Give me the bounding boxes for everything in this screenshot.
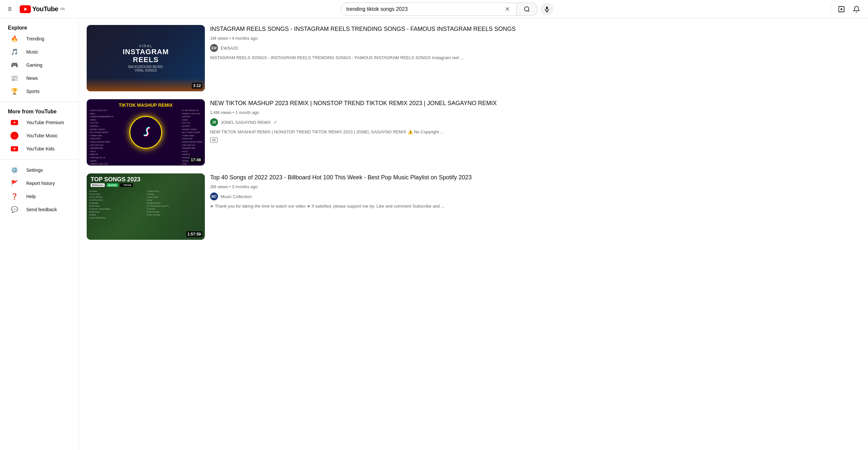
video-result-2: TIKTOK MASHUP REMIX • GIRLS DONT CRY• MI… xyxy=(87,99,860,166)
create-icon xyxy=(838,6,845,13)
search-bar: ✕ xyxy=(341,3,517,16)
news-icon: 📰 xyxy=(10,74,19,82)
sports-icon: 🏆 xyxy=(10,87,19,95)
view-count-1: 1M views xyxy=(210,36,228,41)
sidebar-label-report: Report history xyxy=(26,181,55,186)
explore-section-title: Explore xyxy=(0,22,79,32)
sidebar-label-youtube-kids: YouTube Kids xyxy=(26,146,55,151)
thumbnail-1[interactable]: VIRAL INSTAGRAMREELS BACKGROUND MUSICVIR… xyxy=(87,25,205,91)
sidebar-item-settings[interactable]: ⚙️ Settings xyxy=(3,163,76,177)
feedback-icon: 💬 xyxy=(10,206,19,213)
channel-avatar-1: EW xyxy=(210,44,218,52)
sidebar-label-news: News xyxy=(26,76,38,81)
time-ago-3: 3 months ago xyxy=(232,184,258,189)
sidebar-item-youtube-kids[interactable]: YouTube Kids xyxy=(3,142,76,155)
main-content: VIRAL INSTAGRAMREELS BACKGROUND MUSICVIR… xyxy=(79,19,868,254)
channel-name-3[interactable]: Music Collection xyxy=(221,194,252,199)
video-meta-1: INSTAGRAM REELS SONGS - INSTAGRAM REELS … xyxy=(210,25,860,91)
channel-row-3: MC Music Collection xyxy=(210,192,860,200)
sidebar-item-music[interactable]: 🎵 Music xyxy=(3,45,76,58)
search-submit-button[interactable] xyxy=(517,3,538,16)
video-stats-3: 2M views • 3 months ago xyxy=(210,184,860,189)
svg-point-2 xyxy=(525,6,529,11)
sidebar-item-youtube-music[interactable]: ♪ YouTube Music xyxy=(3,129,76,142)
video-stats-1: 1M views • 4 months ago xyxy=(210,36,860,41)
hamburger-button[interactable]: ☰ xyxy=(5,4,14,14)
mic-button[interactable] xyxy=(540,3,554,16)
sidebar-item-premium[interactable]: YouTube Premium xyxy=(3,116,76,129)
sidebar: Explore 🔥 Trending 🎵 Music 🎮 Gaming 📰 Ne… xyxy=(0,19,79,254)
create-button[interactable] xyxy=(835,3,848,16)
search-input[interactable] xyxy=(346,6,504,12)
video-meta-2: NEW TIKTOK MASHUP 2023 REMIX | NONSTOP T… xyxy=(210,99,860,166)
settings-icon: ⚙️ xyxy=(10,166,19,174)
search-clear-button[interactable]: ✕ xyxy=(504,4,511,14)
thumbnail-2[interactable]: TIKTOK MASHUP REMIX • GIRLS DONT CRY• MI… xyxy=(87,99,205,166)
notifications-button[interactable] xyxy=(850,3,863,16)
channel-avatar-3: MC xyxy=(210,192,218,200)
video-stats-2: 1.6M views • 1 month ago xyxy=(210,110,860,115)
duration-badge-1: 3:12 xyxy=(192,83,202,89)
sidebar-item-help[interactable]: ❓ Help xyxy=(3,190,76,203)
trending-icon: 🔥 xyxy=(10,35,19,43)
view-count-2: 1.6M views xyxy=(210,110,231,115)
header-right xyxy=(830,3,863,16)
youtube-kids-icon xyxy=(10,145,19,153)
sidebar-item-gaming[interactable]: 🎮 Gaming xyxy=(3,58,76,71)
channel-avatar-2: JR xyxy=(210,118,218,126)
channel-name-1[interactable]: EWSA20 xyxy=(221,46,238,51)
sidebar-item-sports[interactable]: 🏆 Sports xyxy=(3,85,76,98)
hamburger-icon: ☰ xyxy=(8,6,12,11)
sidebar-item-report[interactable]: 🚩 Report history xyxy=(3,177,76,190)
thumbnail-image-2: TIKTOK MASHUP REMIX • GIRLS DONT CRY• MI… xyxy=(87,99,205,166)
youtube-premium-icon xyxy=(10,119,19,126)
channel-name-2[interactable]: JONEL SAGAYNO REMIX xyxy=(221,120,271,125)
mic-icon xyxy=(544,6,550,12)
search-icon xyxy=(524,6,530,12)
sidebar-label-sports: Sports xyxy=(26,89,39,94)
video-desc-2: NEW TIKTOK MASHUP REMIX | NONSTOP TREND … xyxy=(210,129,860,135)
logo[interactable]: YouTubeVN xyxy=(20,5,65,13)
video-result-1: VIRAL INSTAGRAMREELS BACKGROUND MUSICVIR… xyxy=(87,25,860,91)
sidebar-label-youtube-music: YouTube Music xyxy=(26,133,57,138)
help-icon: ❓ xyxy=(10,192,19,200)
more-section-title: More from YouTube xyxy=(0,106,79,116)
layout: Explore 🔥 Trending 🎵 Music 🎮 Gaming 📰 Ne… xyxy=(0,19,868,254)
thumbnail-image-1: VIRAL INSTAGRAMREELS BACKGROUND MUSICVIR… xyxy=(87,25,205,91)
video-desc-1: INSTAGRAM REELS SONGS - INSTAGRAM REELS … xyxy=(210,55,860,61)
thumbnail-3[interactable]: TOP SONGS 2023 Billboard Spotify ♪ TikTo… xyxy=(87,174,205,240)
sidebar-divider-2 xyxy=(0,159,79,160)
gaming-icon: 🎮 xyxy=(10,61,19,69)
header: ☰ YouTubeVN ✕ xyxy=(0,0,868,19)
quality-badge-2: 4K xyxy=(210,137,218,143)
youtube-logo-icon xyxy=(20,5,31,13)
sidebar-label-gaming: Gaming xyxy=(26,62,42,68)
youtube-music-icon: ♪ xyxy=(10,132,19,140)
svg-rect-4 xyxy=(546,6,548,9)
music-icon: 🎵 xyxy=(10,48,19,56)
sidebar-label-feedback: Send feedback xyxy=(26,207,57,212)
sidebar-item-news[interactable]: 📰 News xyxy=(3,71,76,85)
report-icon: 🚩 xyxy=(10,179,19,187)
video-result-3: TOP SONGS 2023 Billboard Spotify ♪ TikTo… xyxy=(87,174,860,240)
verified-icon-2: ✓ xyxy=(274,120,277,125)
video-title-2[interactable]: NEW TIKTOK MASHUP 2023 REMIX | NONSTOP T… xyxy=(210,99,860,108)
sidebar-item-feedback[interactable]: 💬 Send feedback xyxy=(3,203,76,216)
sidebar-item-trending[interactable]: 🔥 Trending xyxy=(3,32,76,45)
sidebar-label-trending: Trending xyxy=(26,36,44,41)
view-count-3: 2M views xyxy=(210,184,228,189)
logo-country: VN xyxy=(60,7,65,11)
thumbnail-image-3: TOP SONGS 2023 Billboard Spotify ♪ TikTo… xyxy=(87,174,205,240)
search-form: ✕ xyxy=(341,3,538,16)
notification-icon xyxy=(853,6,860,13)
channel-row-1: EW EWSA20 xyxy=(210,44,860,52)
time-ago-2: 1 month ago xyxy=(236,110,259,115)
svg-line-3 xyxy=(528,10,530,11)
video-desc-3: ➤ Thank you for taking the time to watch… xyxy=(210,203,860,210)
video-title-1[interactable]: INSTAGRAM REELS SONGS - INSTAGRAM REELS … xyxy=(210,25,860,33)
video-meta-3: Top 40 Songs of 2022 2023 - Billboard Ho… xyxy=(210,174,860,240)
header-left: ☰ YouTubeVN xyxy=(5,4,65,14)
video-title-3[interactable]: Top 40 Songs of 2022 2023 - Billboard Ho… xyxy=(210,174,860,182)
divider xyxy=(831,4,831,14)
time-ago-1: 4 months ago xyxy=(232,36,258,41)
